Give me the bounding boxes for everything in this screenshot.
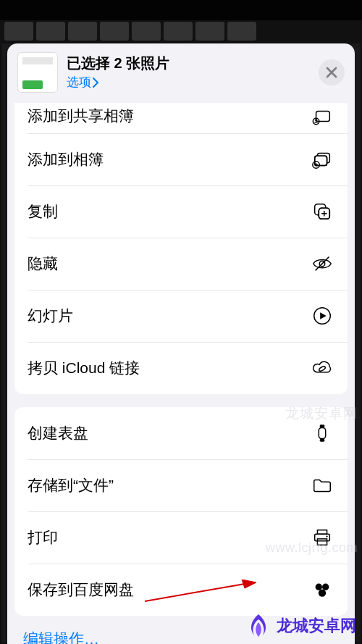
play-icon [310, 304, 334, 328]
options-label: 选项 [67, 74, 91, 91]
action-group-2: 创建表盘 存储到“文件” 打印 保存到百度网盘 [14, 407, 348, 616]
hide-icon [310, 251, 334, 276]
chevron-right-icon [93, 78, 99, 88]
svg-line-11 [316, 257, 329, 271]
row-label: 保存到百度网盘 [28, 580, 310, 600]
row-print[interactable]: 打印 [14, 511, 348, 564]
row-label: 复制 [28, 201, 310, 222]
row-copy-icloud-link[interactable]: 拷贝 iCloud 链接 [14, 342, 348, 394]
svg-rect-19 [317, 539, 327, 545]
svg-rect-16 [320, 439, 325, 442]
row-save-to-files[interactable]: 存储到“文件” [14, 459, 348, 511]
row-label: 存储到“文件” [28, 475, 310, 495]
close-icon [326, 67, 337, 78]
photo-strip [0, 20, 362, 43]
shared-album-icon [310, 104, 334, 128]
sheet-body[interactable]: 添加到共享相簿 添加到相簿 复制 隐藏 [7, 103, 355, 644]
copy-icon [310, 199, 334, 224]
cloud-link-icon [310, 356, 334, 380]
row-create-watch-face[interactable]: 创建表盘 [14, 407, 348, 459]
add-album-icon [310, 147, 334, 172]
row-hide[interactable]: 隐藏 [14, 238, 348, 290]
svg-point-20 [326, 535, 327, 537]
row-label: 创建表盘 [28, 423, 310, 443]
svg-rect-17 [317, 530, 327, 535]
row-label: 隐藏 [28, 254, 310, 274]
printer-icon [310, 525, 334, 550]
share-sheet: 已选择 2 张照片 选项 添加到共享相簿 添加到相簿 [7, 43, 355, 644]
row-label: 打印 [28, 527, 310, 548]
action-group-1: 添加到共享相簿 添加到相簿 复制 隐藏 [14, 103, 348, 394]
svg-rect-15 [320, 425, 325, 427]
row-slideshow[interactable]: 幻灯片 [14, 290, 348, 342]
sheet-header: 已选择 2 张照片 选项 [7, 43, 355, 103]
svg-point-13 [319, 366, 326, 372]
svg-point-21 [316, 584, 322, 590]
baidu-pan-icon [310, 577, 334, 602]
svg-rect-14 [319, 428, 325, 439]
row-label: 添加到共享相簿 [28, 106, 310, 126]
sheet-title: 已选择 2 张照片 [67, 54, 310, 72]
options-link[interactable]: 选项 [67, 74, 99, 91]
status-bar [0, 0, 362, 20]
row-copy[interactable]: 复制 [14, 185, 348, 238]
row-label: 拷贝 iCloud 链接 [28, 358, 310, 378]
folder-icon [310, 473, 334, 498]
watch-icon [310, 421, 334, 446]
svg-point-23 [319, 590, 326, 597]
row-add-album[interactable]: 添加到相簿 [14, 133, 348, 185]
svg-point-2 [315, 119, 317, 121]
row-label: 添加到相簿 [28, 149, 310, 170]
selection-thumbnail[interactable] [17, 52, 58, 93]
row-save-baidu-pan[interactable]: 保存到百度网盘 [14, 564, 348, 616]
row-add-shared-album[interactable]: 添加到共享相簿 [14, 103, 348, 133]
edit-actions-link[interactable]: 编辑操作… [7, 629, 355, 644]
close-button[interactable] [319, 59, 345, 85]
row-label: 幻灯片 [28, 306, 310, 326]
svg-point-22 [322, 584, 329, 590]
